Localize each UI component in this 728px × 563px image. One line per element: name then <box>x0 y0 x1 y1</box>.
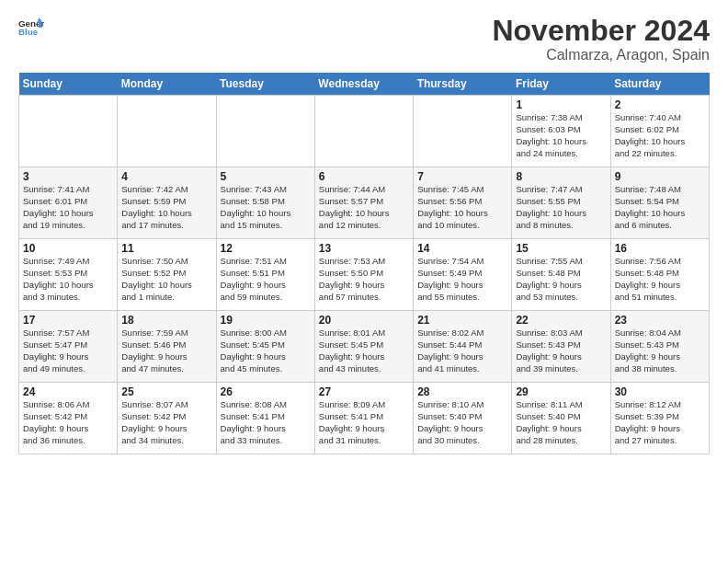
day-info: Sunrise: 7:40 AM Sunset: 6:02 PM Dayligh… <box>615 112 705 159</box>
day-cell <box>216 96 314 167</box>
col-tuesday: Tuesday <box>216 73 314 96</box>
day-number: 18 <box>121 314 211 327</box>
header-row: Sunday Monday Tuesday Wednesday Thursday… <box>19 73 710 96</box>
day-cell: 3Sunrise: 7:41 AM Sunset: 6:01 PM Daylig… <box>19 167 118 239</box>
day-cell: 20Sunrise: 8:01 AM Sunset: 5:45 PM Dayli… <box>314 311 413 383</box>
day-cell <box>118 96 216 167</box>
week-row-3: 10Sunrise: 7:49 AM Sunset: 5:53 PM Dayli… <box>19 239 710 311</box>
day-cell: 23Sunrise: 8:04 AM Sunset: 5:43 PM Dayli… <box>610 311 709 383</box>
day-number: 11 <box>121 242 211 255</box>
day-info: Sunrise: 8:12 AM Sunset: 5:39 PM Dayligh… <box>615 399 705 446</box>
day-cell: 5Sunrise: 7:43 AM Sunset: 5:58 PM Daylig… <box>216 167 314 239</box>
calendar-table: Sunday Monday Tuesday Wednesday Thursday… <box>18 73 710 454</box>
title-block: November 2024 Calmarza, Aragon, Spain <box>492 15 710 63</box>
day-number: 26 <box>221 385 311 398</box>
day-number: 19 <box>221 314 311 327</box>
day-info: Sunrise: 7:50 AM Sunset: 5:52 PM Dayligh… <box>121 256 211 303</box>
day-number: 24 <box>23 385 113 398</box>
day-info: Sunrise: 8:02 AM Sunset: 5:44 PM Dayligh… <box>417 327 507 374</box>
day-cell: 12Sunrise: 7:51 AM Sunset: 5:51 PM Dayli… <box>216 239 314 311</box>
day-cell: 2Sunrise: 7:40 AM Sunset: 6:02 PM Daylig… <box>610 96 709 167</box>
day-number: 2 <box>615 98 705 111</box>
day-number: 12 <box>221 242 311 255</box>
day-cell: 30Sunrise: 8:12 AM Sunset: 5:39 PM Dayli… <box>610 383 709 454</box>
day-number: 13 <box>319 242 409 255</box>
day-info: Sunrise: 7:51 AM Sunset: 5:51 PM Dayligh… <box>221 256 311 303</box>
day-number: 5 <box>221 170 311 183</box>
day-info: Sunrise: 7:38 AM Sunset: 6:03 PM Dayligh… <box>516 112 606 159</box>
day-cell: 19Sunrise: 8:00 AM Sunset: 5:45 PM Dayli… <box>216 311 314 383</box>
day-number: 29 <box>516 385 606 398</box>
day-info: Sunrise: 8:03 AM Sunset: 5:43 PM Dayligh… <box>516 327 606 374</box>
day-info: Sunrise: 7:48 AM Sunset: 5:54 PM Dayligh… <box>615 184 705 231</box>
week-row-5: 24Sunrise: 8:06 AM Sunset: 5:42 PM Dayli… <box>19 383 710 454</box>
day-number: 17 <box>23 314 113 327</box>
day-number: 1 <box>516 98 606 111</box>
day-info: Sunrise: 7:55 AM Sunset: 5:48 PM Dayligh… <box>516 256 606 303</box>
day-info: Sunrise: 8:04 AM Sunset: 5:43 PM Dayligh… <box>615 327 705 374</box>
day-info: Sunrise: 7:44 AM Sunset: 5:57 PM Dayligh… <box>319 184 409 231</box>
col-wednesday: Wednesday <box>314 73 413 96</box>
day-info: Sunrise: 8:06 AM Sunset: 5:42 PM Dayligh… <box>23 399 113 446</box>
day-info: Sunrise: 7:45 AM Sunset: 5:56 PM Dayligh… <box>417 184 507 231</box>
day-cell: 22Sunrise: 8:03 AM Sunset: 5:43 PM Dayli… <box>512 311 610 383</box>
day-cell: 7Sunrise: 7:45 AM Sunset: 5:56 PM Daylig… <box>414 167 512 239</box>
day-number: 22 <box>516 314 606 327</box>
day-cell: 29Sunrise: 8:11 AM Sunset: 5:40 PM Dayli… <box>512 383 610 454</box>
col-saturday: Saturday <box>610 73 709 96</box>
day-info: Sunrise: 8:11 AM Sunset: 5:40 PM Dayligh… <box>516 399 606 446</box>
day-info: Sunrise: 8:10 AM Sunset: 5:40 PM Dayligh… <box>417 399 507 446</box>
day-cell: 14Sunrise: 7:54 AM Sunset: 5:49 PM Dayli… <box>414 239 512 311</box>
day-info: Sunrise: 7:57 AM Sunset: 5:47 PM Dayligh… <box>23 327 113 374</box>
day-cell: 21Sunrise: 8:02 AM Sunset: 5:44 PM Dayli… <box>414 311 512 383</box>
day-info: Sunrise: 7:42 AM Sunset: 5:59 PM Dayligh… <box>121 184 211 231</box>
day-cell: 28Sunrise: 8:10 AM Sunset: 5:40 PM Dayli… <box>414 383 512 454</box>
logo-icon: General Blue <box>18 15 44 40</box>
day-number: 16 <box>615 242 705 255</box>
day-info: Sunrise: 7:41 AM Sunset: 6:01 PM Dayligh… <box>23 184 113 231</box>
col-monday: Monday <box>118 73 216 96</box>
day-info: Sunrise: 8:07 AM Sunset: 5:42 PM Dayligh… <box>121 399 211 446</box>
day-number: 27 <box>319 385 409 398</box>
day-cell: 11Sunrise: 7:50 AM Sunset: 5:52 PM Dayli… <box>118 239 216 311</box>
logo: General Blue <box>18 15 44 40</box>
day-cell: 4Sunrise: 7:42 AM Sunset: 5:59 PM Daylig… <box>118 167 216 239</box>
day-number: 10 <box>23 242 113 255</box>
day-info: Sunrise: 7:54 AM Sunset: 5:49 PM Dayligh… <box>417 256 507 303</box>
month-title: November 2024 <box>492 15 710 47</box>
day-cell: 10Sunrise: 7:49 AM Sunset: 5:53 PM Dayli… <box>19 239 118 311</box>
week-row-4: 17Sunrise: 7:57 AM Sunset: 5:47 PM Dayli… <box>19 311 710 383</box>
day-info: Sunrise: 8:00 AM Sunset: 5:45 PM Dayligh… <box>221 327 311 374</box>
day-number: 8 <box>516 170 606 183</box>
day-cell: 6Sunrise: 7:44 AM Sunset: 5:57 PM Daylig… <box>314 167 413 239</box>
day-number: 20 <box>319 314 409 327</box>
day-number: 9 <box>615 170 705 183</box>
day-number: 7 <box>417 170 507 183</box>
svg-text:Blue: Blue <box>18 27 39 37</box>
day-number: 28 <box>417 385 507 398</box>
col-sunday: Sunday <box>19 73 118 96</box>
day-cell: 25Sunrise: 8:07 AM Sunset: 5:42 PM Dayli… <box>118 383 216 454</box>
day-cell: 16Sunrise: 7:56 AM Sunset: 5:48 PM Dayli… <box>610 239 709 311</box>
day-cell <box>314 96 413 167</box>
day-info: Sunrise: 7:59 AM Sunset: 5:46 PM Dayligh… <box>121 327 211 374</box>
location: Calmarza, Aragon, Spain <box>492 47 710 63</box>
day-info: Sunrise: 7:56 AM Sunset: 5:48 PM Dayligh… <box>615 256 705 303</box>
day-cell: 26Sunrise: 8:08 AM Sunset: 5:41 PM Dayli… <box>216 383 314 454</box>
week-row-2: 3Sunrise: 7:41 AM Sunset: 6:01 PM Daylig… <box>19 167 710 239</box>
day-cell: 8Sunrise: 7:47 AM Sunset: 5:55 PM Daylig… <box>512 167 610 239</box>
day-cell: 24Sunrise: 8:06 AM Sunset: 5:42 PM Dayli… <box>19 383 118 454</box>
day-cell: 9Sunrise: 7:48 AM Sunset: 5:54 PM Daylig… <box>610 167 709 239</box>
col-friday: Friday <box>512 73 610 96</box>
day-info: Sunrise: 8:01 AM Sunset: 5:45 PM Dayligh… <box>319 327 409 374</box>
day-number: 15 <box>516 242 606 255</box>
day-number: 21 <box>417 314 507 327</box>
day-cell: 13Sunrise: 7:53 AM Sunset: 5:50 PM Dayli… <box>314 239 413 311</box>
day-cell <box>19 96 118 167</box>
day-info: Sunrise: 8:08 AM Sunset: 5:41 PM Dayligh… <box>221 399 311 446</box>
day-number: 6 <box>319 170 409 183</box>
day-info: Sunrise: 7:53 AM Sunset: 5:50 PM Dayligh… <box>319 256 409 303</box>
day-info: Sunrise: 7:43 AM Sunset: 5:58 PM Dayligh… <box>221 184 311 231</box>
day-cell <box>414 96 512 167</box>
day-number: 25 <box>121 385 211 398</box>
